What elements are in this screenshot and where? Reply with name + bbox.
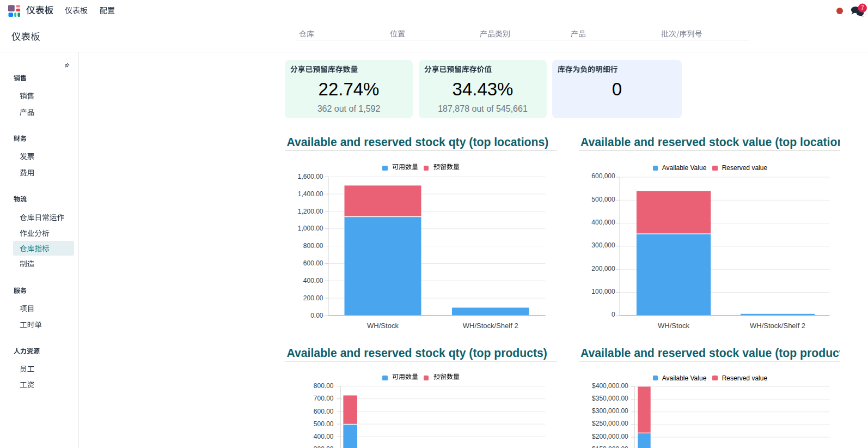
svg-text:WH/Stock: WH/Stock xyxy=(658,322,689,330)
svg-text:$150,000.00: $150,000.00 xyxy=(592,445,628,448)
svg-text:500.00: 500.00 xyxy=(314,420,334,428)
svg-text:500,000: 500,000 xyxy=(591,196,615,203)
svg-text:400.00: 400.00 xyxy=(303,277,323,284)
svg-text:400.00: 400.00 xyxy=(314,433,334,440)
svg-text:WH/Stock/Shelf 2: WH/Stock/Shelf 2 xyxy=(750,322,805,330)
svg-text:1,600.00: 1,600.00 xyxy=(298,173,323,180)
svg-text:$400,000.00: $400,000.00 xyxy=(592,382,628,390)
svg-text:WH/Stock/Shelf 2: WH/Stock/Shelf 2 xyxy=(463,322,518,330)
svg-text:700.00: 700.00 xyxy=(314,395,334,402)
svg-text:$350,000.00: $350,000.00 xyxy=(592,395,628,402)
svg-text:100,000: 100,000 xyxy=(591,288,615,295)
svg-text:400,000: 400,000 xyxy=(591,219,615,226)
svg-text:800.00: 800.00 xyxy=(314,382,334,390)
svg-text:$200,000.00: $200,000.00 xyxy=(592,433,628,440)
svg-text:1,000.00: 1,000.00 xyxy=(298,225,323,232)
svg-text:600.00: 600.00 xyxy=(303,259,323,267)
svg-text:0.00: 0.00 xyxy=(310,312,323,319)
svg-text:WH/Stock: WH/Stock xyxy=(367,322,399,330)
svg-text:Available and reserved stock q: Available and reserved stock qty (top lo… xyxy=(287,136,549,149)
svg-text:200.00: 200.00 xyxy=(303,294,323,302)
svg-text:200,000: 200,000 xyxy=(591,265,615,273)
svg-text:Available and reserved stock v: Available and reserved stock value (top … xyxy=(580,347,840,360)
svg-text:300.00: 300.00 xyxy=(314,445,334,448)
svg-text:Available and reserved stock v: Available and reserved stock value (top … xyxy=(580,136,840,149)
svg-text:800.00: 800.00 xyxy=(303,242,323,250)
svg-text:600.00: 600.00 xyxy=(314,408,334,415)
svg-text:$250,000.00: $250,000.00 xyxy=(592,420,628,427)
svg-text:Available and reserved stock q: Available and reserved stock qty (top pr… xyxy=(287,347,547,360)
svg-text:$300,000.00: $300,000.00 xyxy=(592,407,628,415)
svg-text:0: 0 xyxy=(612,311,615,318)
svg-text:1,400.00: 1,400.00 xyxy=(298,190,323,198)
svg-text:7: 7 xyxy=(861,4,864,11)
svg-text:600,000: 600,000 xyxy=(591,172,615,180)
svg-text:300,000: 300,000 xyxy=(591,241,615,249)
svg-text:1,200.00: 1,200.00 xyxy=(298,208,323,215)
